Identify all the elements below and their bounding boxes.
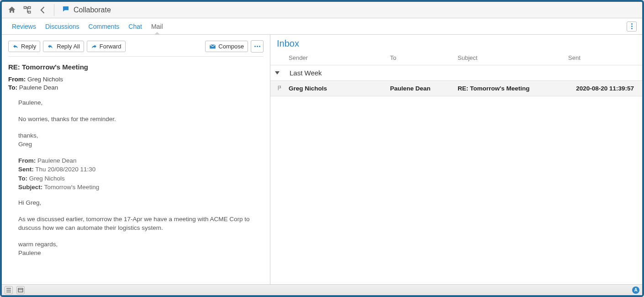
reply-all-icon [47, 44, 54, 49]
content-area: Reply Reply All Forward [2, 35, 642, 284]
reply-button[interactable]: Reply [8, 41, 40, 52]
toolbar-divider [54, 4, 54, 16]
column-sent[interactable]: Sent [568, 54, 642, 61]
message-pane: Reply Reply All Forward [2, 35, 270, 284]
column-to[interactable]: To [390, 54, 458, 61]
compose-button[interactable]: Compose [205, 41, 248, 52]
row-sent: 2020-08-20 11:39:57 [568, 85, 642, 92]
tab-reviews[interactable]: Reviews [7, 18, 41, 34]
svg-rect-0 [24, 6, 26, 8]
inbox-columns-header: Sender To Subject Sent [270, 51, 642, 65]
svg-rect-3 [18, 288, 23, 292]
message-subject: RE: Tomorrow's Meeting [8, 63, 264, 71]
reply-icon [12, 44, 19, 49]
forward-button[interactable]: Forward [87, 41, 126, 52]
message-row[interactable]: Greg Nichols Paulene Dean RE: Tomorrow's… [270, 81, 642, 96]
message-meta: From: Greg Nichols To: Paulene Dean [8, 75, 264, 92]
row-sender: Greg Nichols [289, 85, 390, 92]
inbox-title: Inbox [270, 35, 642, 51]
message-more-button[interactable] [251, 40, 264, 53]
list-view-icon[interactable] [5, 286, 13, 294]
sitemap-icon[interactable] [21, 4, 34, 16]
row-to: Paulene Dean [390, 85, 458, 92]
svg-rect-1 [28, 6, 31, 8]
top-toolbar: Collaborate [2, 2, 642, 18]
message-body: Paulene, No worries, thanks for the remi… [8, 98, 264, 257]
home-icon[interactable] [5, 4, 18, 16]
tab-comments[interactable]: Comments [84, 18, 124, 34]
group-row[interactable]: Last Week [270, 65, 642, 81]
column-sender[interactable]: Sender [289, 54, 390, 61]
tab-discussions[interactable]: Discussions [41, 18, 84, 34]
reading-view-icon[interactable] [16, 286, 25, 294]
inbox-pane: Inbox Sender To Subject Sent Last Week G… [270, 35, 642, 284]
tab-chat[interactable]: Chat [124, 18, 147, 34]
collapse-triangle-icon [275, 71, 280, 74]
tab-mail[interactable]: Mail [147, 18, 168, 34]
message-toolbar: Reply Reply All Forward [8, 38, 264, 57]
accessibility-icon[interactable]: A [632, 286, 639, 294]
row-subject: RE: Tomorrow's Meeting [458, 85, 568, 92]
reply-all-button[interactable]: Reply All [43, 41, 84, 52]
app-title: Collaborate [62, 5, 111, 15]
group-label: Last Week [290, 69, 322, 77]
svg-rect-2 [28, 11, 31, 13]
speech-bubble-icon [62, 5, 70, 15]
app-window: Collaborate Reviews Discussions Comments… [0, 0, 644, 297]
tab-strip: Reviews Discussions Comments Chat Mail [2, 18, 642, 35]
column-subject[interactable]: Subject [458, 54, 568, 61]
app-title-text: Collaborate [74, 6, 111, 14]
quoted-header: From: Paulene Dean Sent: Thu 20/08/2020 … [18, 156, 264, 192]
forward-icon [91, 44, 97, 49]
back-icon[interactable] [37, 4, 49, 16]
tabs-overflow-button[interactable] [627, 21, 637, 32]
flag-icon [277, 85, 283, 92]
status-bar: A [2, 284, 642, 295]
envelope-icon [209, 44, 216, 49]
